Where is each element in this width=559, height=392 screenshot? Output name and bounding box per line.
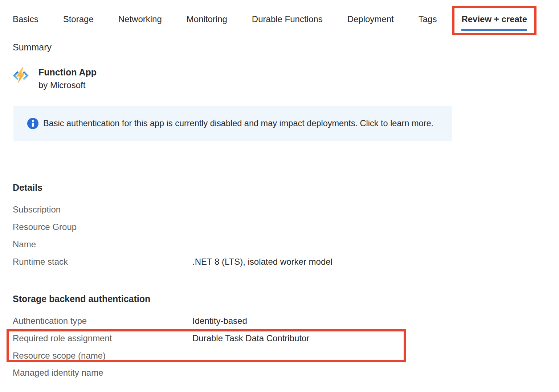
row-name-label: Name xyxy=(13,239,192,249)
tab-storage[interactable]: Storage xyxy=(63,14,94,24)
wizard-tab-bar: Basics Storage Networking Monitoring Dur… xyxy=(13,14,527,24)
row-resource-scope-label: Resource scope (name) xyxy=(13,351,192,360)
azure-functions-icon xyxy=(12,67,29,84)
basic-auth-info-banner[interactable]: Basic authentication for this app is cur… xyxy=(13,106,452,141)
product-text: Function App by Microsoft xyxy=(38,66,97,91)
row-required-role-assignment: Required role assignment Durable Task Da… xyxy=(13,333,309,343)
summary-heading: Summary xyxy=(13,42,52,53)
row-required-role-assignment-label: Required role assignment xyxy=(13,333,192,343)
row-authentication-type: Authentication type Identity-based xyxy=(13,316,247,326)
tab-review-create-label: Review + create xyxy=(461,14,527,24)
row-runtime-stack-value: .NET 8 (LTS), isolated worker model xyxy=(192,257,332,267)
banner-message: Basic authentication for this app is cur… xyxy=(43,119,433,128)
row-managed-identity-name-label: Managed identity name xyxy=(13,368,192,377)
storage-auth-section-heading: Storage backend authentication xyxy=(13,294,150,304)
row-name: Name xyxy=(13,239,192,249)
tab-networking[interactable]: Networking xyxy=(118,14,162,24)
tab-review-create[interactable]: Review + create xyxy=(461,14,527,24)
row-resource-group: Resource Group xyxy=(13,222,192,232)
tab-basics[interactable]: Basics xyxy=(13,14,38,24)
tab-monitoring[interactable]: Monitoring xyxy=(187,14,227,24)
row-subscription: Subscription xyxy=(13,205,192,214)
tab-tags[interactable]: Tags xyxy=(419,14,437,24)
row-runtime-stack: Runtime stack .NET 8 (LTS), isolated wor… xyxy=(13,257,332,267)
tab-deployment[interactable]: Deployment xyxy=(347,14,394,24)
active-tab-underline xyxy=(461,29,527,31)
tab-durable-functions[interactable]: Durable Functions xyxy=(252,14,323,24)
product-publisher: by Microsoft xyxy=(38,79,97,91)
row-required-role-assignment-value: Durable Task Data Contributor xyxy=(192,333,309,343)
row-runtime-stack-label: Runtime stack xyxy=(13,257,192,267)
row-resource-scope: Resource scope (name) xyxy=(13,351,192,360)
product-summary: Function App by Microsoft xyxy=(12,66,97,91)
row-authentication-type-label: Authentication type xyxy=(13,316,192,326)
review-create-page: Basics Storage Networking Monitoring Dur… xyxy=(0,0,559,392)
row-managed-identity-name: Managed identity name xyxy=(13,368,192,377)
details-section-heading: Details xyxy=(13,182,42,193)
row-subscription-label: Subscription xyxy=(13,205,192,214)
info-icon xyxy=(27,118,38,129)
row-authentication-type-value: Identity-based xyxy=(192,316,247,326)
row-resource-group-label: Resource Group xyxy=(13,222,192,232)
product-name: Function App xyxy=(38,66,97,79)
